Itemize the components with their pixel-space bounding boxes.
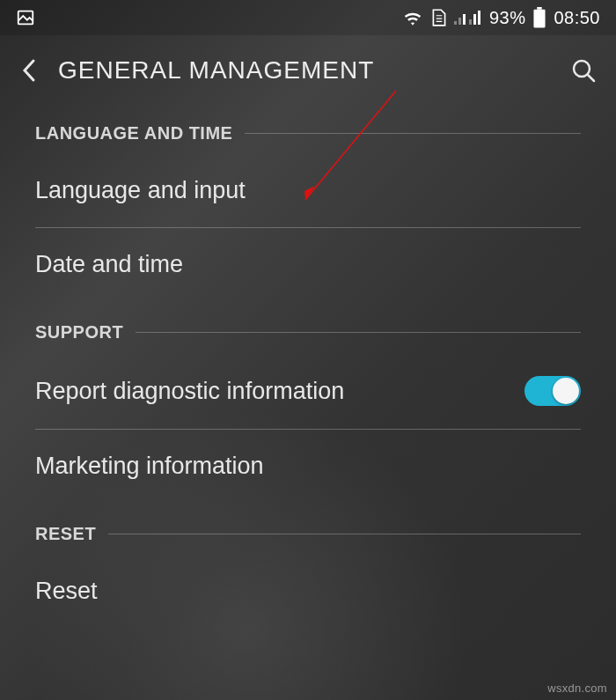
item-report-diagnostic[interactable]: Report diagnostic information — [0, 353, 616, 429]
wifi-icon — [401, 8, 424, 27]
watermark: wsxdn.com — [547, 682, 607, 695]
back-button[interactable] — [19, 57, 40, 84]
item-label: Marketing information — [35, 453, 264, 480]
item-label: Date and time — [35, 251, 183, 278]
image-icon — [16, 8, 35, 27]
clock: 08:50 — [554, 8, 600, 28]
section-divider-line — [108, 534, 581, 534]
page-title: GENERAL MANAGEMENT — [58, 56, 570, 85]
toggle-knob — [553, 378, 579, 404]
item-label: Reset — [35, 578, 98, 605]
status-bar: 93% 08:50 — [0, 0, 616, 35]
toggle-report-diagnostic[interactable] — [524, 376, 581, 406]
section-label: LANGUAGE AND TIME — [35, 123, 232, 144]
search-button[interactable] — [570, 57, 597, 84]
header-bar: GENERAL MANAGEMENT — [0, 35, 616, 102]
status-right: 93% 08:50 — [401, 7, 600, 28]
section-header-language-time: LANGUAGE AND TIME — [0, 102, 616, 154]
section-divider-line — [136, 332, 581, 333]
svg-rect-2 — [534, 10, 546, 28]
section-header-reset: RESET — [0, 503, 616, 555]
item-date-and-time[interactable]: Date and time — [0, 228, 616, 301]
status-left — [16, 8, 35, 27]
item-label: Report diagnostic information — [35, 378, 344, 405]
item-marketing-information[interactable]: Marketing information — [0, 430, 616, 503]
item-reset[interactable]: Reset — [0, 555, 616, 628]
section-label: RESET — [35, 524, 96, 544]
svg-rect-1 — [538, 7, 542, 10]
battery-percent: 93% — [489, 8, 526, 28]
sim-icon — [431, 8, 447, 27]
section-label: SUPPORT — [35, 322, 123, 343]
item-label: Language and input — [35, 177, 246, 204]
item-language-and-input[interactable]: Language and input — [0, 154, 616, 227]
signal-icon — [454, 8, 482, 27]
section-divider-line — [245, 133, 581, 134]
section-header-support: SUPPORT — [0, 301, 616, 353]
battery-icon — [532, 7, 546, 28]
